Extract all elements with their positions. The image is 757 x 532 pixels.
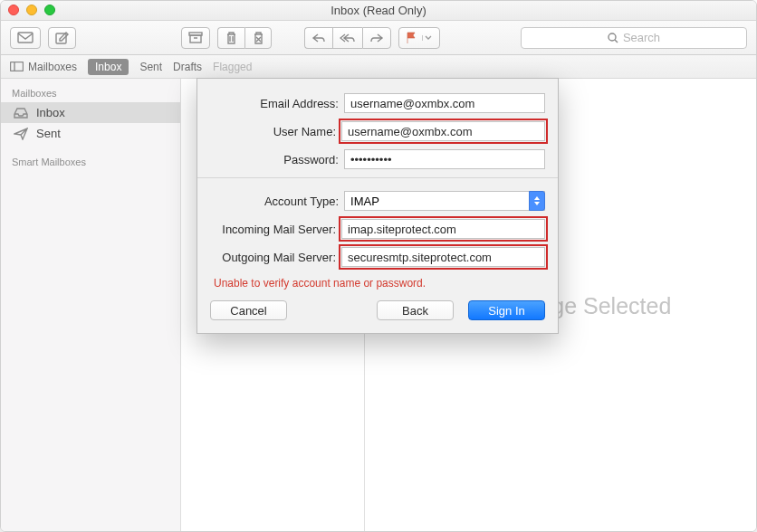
- select-stepper-icon[interactable]: [529, 191, 545, 211]
- favorite-flagged[interactable]: Flagged: [213, 61, 252, 73]
- inbox-icon: [14, 108, 28, 119]
- compose-button[interactable]: [48, 27, 76, 49]
- back-button[interactable]: Back: [377, 300, 454, 320]
- svg-rect-5: [11, 62, 24, 71]
- label-password: Password:: [210, 153, 344, 166]
- password-field[interactable]: [344, 149, 545, 169]
- flag-button[interactable]: [398, 27, 440, 49]
- traffic-lights: [8, 5, 55, 15]
- mailboxes-toggle[interactable]: Mailboxes: [10, 61, 77, 73]
- label-account-type: Account Type:: [210, 195, 344, 208]
- sidebar-item-inbox[interactable]: Inbox: [1, 102, 180, 123]
- favorite-drafts[interactable]: Drafts: [173, 61, 202, 73]
- delete-button[interactable]: [217, 27, 244, 49]
- flag-dropdown-icon[interactable]: [422, 35, 433, 41]
- svg-point-4: [608, 33, 616, 41]
- error-message: Unable to verify account name or passwor…: [210, 275, 545, 300]
- account-type-select[interactable]: IMAP: [344, 191, 545, 211]
- flag-icon: [406, 32, 417, 44]
- reply-group: [304, 27, 391, 49]
- search-icon: [608, 33, 618, 43]
- favorites-bar: Mailboxes Inbox Sent Drafts Flagged: [1, 55, 756, 79]
- sign-in-button[interactable]: Sign In: [468, 300, 545, 320]
- sidebar-icon: [10, 62, 24, 71]
- sent-icon: [14, 128, 28, 140]
- svg-rect-0: [18, 33, 33, 43]
- minimize-window-button[interactable]: [26, 5, 37, 15]
- delete-group: [217, 27, 272, 49]
- window-title: Inbox (Read Only): [331, 4, 426, 17]
- label-email: Email Address:: [210, 97, 344, 110]
- app-window: Inbox (Read Only): [0, 0, 757, 532]
- sidebar-heading-mailboxes: Mailboxes: [1, 84, 180, 102]
- label-incoming: Incoming Mail Server:: [210, 223, 341, 236]
- reply-button[interactable]: [304, 27, 332, 49]
- sidebar-item-label: Inbox: [36, 106, 65, 119]
- forward-button[interactable]: [362, 27, 391, 49]
- cancel-button[interactable]: Cancel: [210, 300, 287, 320]
- incoming-server-field[interactable]: [341, 219, 545, 239]
- favorite-sent[interactable]: Sent: [139, 61, 162, 73]
- outgoing-server-field[interactable]: [341, 247, 545, 267]
- toolbar: Search: [1, 21, 756, 55]
- svg-rect-3: [190, 35, 201, 43]
- sidebar-item-label: Sent: [36, 127, 61, 140]
- account-setup-sheet: Email Address: User Name: Password: Acco…: [196, 78, 559, 334]
- search-field[interactable]: Search: [521, 27, 747, 49]
- titlebar: Inbox (Read Only): [1, 1, 756, 21]
- archive-button[interactable]: [181, 27, 210, 49]
- close-window-button[interactable]: [8, 5, 19, 15]
- favorite-inbox[interactable]: Inbox: [88, 59, 129, 75]
- search-placeholder: Search: [623, 31, 660, 44]
- zoom-window-button[interactable]: [44, 5, 55, 15]
- mailboxes-label: Mailboxes: [28, 61, 77, 73]
- junk-button[interactable]: [244, 27, 272, 49]
- sidebar: Mailboxes Inbox Sent Smart Mailboxes: [1, 79, 181, 532]
- get-mail-button[interactable]: [10, 27, 41, 49]
- email-field[interactable]: [344, 93, 545, 113]
- sidebar-item-sent[interactable]: Sent: [1, 123, 180, 144]
- divider: [197, 177, 558, 178]
- label-username: User Name:: [210, 125, 341, 138]
- label-outgoing: Outgoing Mail Server:: [210, 251, 341, 264]
- username-field[interactable]: [341, 121, 545, 141]
- sidebar-heading-smart: Smart Mailboxes: [1, 153, 180, 171]
- reply-all-button[interactable]: [332, 27, 362, 49]
